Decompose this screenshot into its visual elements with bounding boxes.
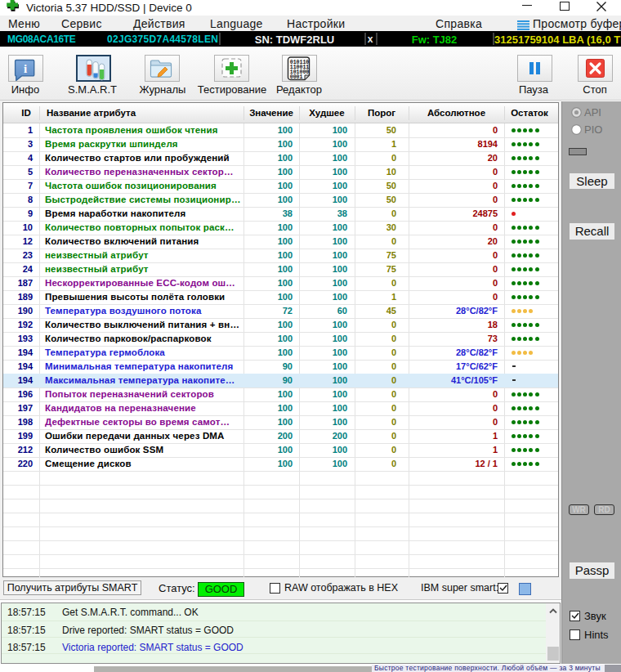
svg-text:i: i	[24, 62, 27, 75]
svg-text:0001: 0001	[290, 74, 303, 80]
